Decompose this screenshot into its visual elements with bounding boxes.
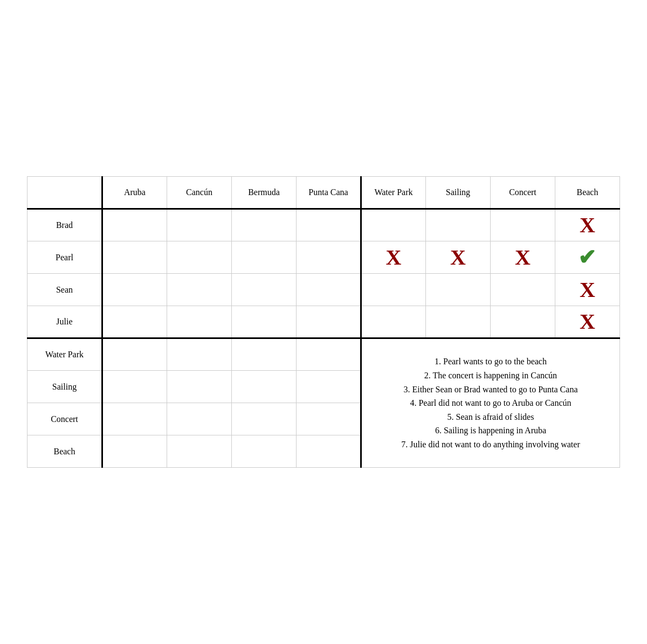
cell-pearl-beach: ✔ — [555, 241, 620, 274]
row-label-water-park: Water Park — [27, 338, 102, 371]
row-water-park: Water Park 1. Pearl wants to go to the b… — [27, 338, 620, 371]
row-julie: Julie X — [27, 306, 620, 338]
cell-brad-aruba — [102, 209, 167, 241]
cell-beach-punta-cana — [296, 435, 361, 468]
cell-sean-aruba — [102, 274, 167, 306]
cell-brad-cancun — [167, 209, 231, 241]
clue-4: 4. Pearl did not want to go to Aruba or … — [364, 396, 617, 410]
col-header-sailing: Sailing — [425, 177, 490, 209]
clue-1: 1. Pearl wants to go to the beach — [364, 355, 617, 369]
cell-julie-sailing — [425, 306, 490, 338]
check-mark-pearl-beach: ✔ — [578, 245, 596, 269]
cell-waterpark-punta-cana — [296, 338, 361, 371]
col-header-beach: Beach — [555, 177, 620, 209]
col-header-cancun: Cancún — [167, 177, 231, 209]
col-header-concert: Concert — [490, 177, 555, 209]
x-mark-pearl-sailing: X — [450, 245, 466, 269]
cell-beach-bermuda — [231, 435, 296, 468]
cell-pearl-water-park: X — [361, 241, 425, 274]
cell-concert-cancun — [167, 403, 231, 435]
cell-pearl-cancun — [167, 241, 231, 274]
corner-cell — [27, 177, 102, 209]
col-header-water-park: Water Park — [361, 177, 425, 209]
cell-julie-bermuda — [231, 306, 296, 338]
cell-julie-cancun — [167, 306, 231, 338]
logic-grid: Aruba Cancún Bermuda Punta Cana Water Pa… — [27, 176, 620, 468]
cell-pearl-concert: X — [490, 241, 555, 274]
row-label-beach: Beach — [27, 435, 102, 468]
header-row: Aruba Cancún Bermuda Punta Cana Water Pa… — [27, 177, 620, 209]
cell-concert-aruba — [102, 403, 167, 435]
clues-cell: 1. Pearl wants to go to the beach 2. The… — [361, 338, 620, 468]
clue-7: 7. Julie did not want to do anything inv… — [364, 438, 617, 452]
cell-sean-water-park — [361, 274, 425, 306]
x-mark-julie-beach: X — [580, 309, 595, 334]
row-label-pearl: Pearl — [27, 241, 102, 274]
cell-concert-punta-cana — [296, 403, 361, 435]
cell-julie-punta-cana — [296, 306, 361, 338]
cell-sailing-aruba — [102, 371, 167, 403]
cell-brad-beach: X — [555, 209, 620, 241]
cell-waterpark-bermuda — [231, 338, 296, 371]
clue-3: 3. Either Sean or Brad wanted to go to P… — [364, 383, 617, 397]
row-label-julie: Julie — [27, 306, 102, 338]
cell-sean-bermuda — [231, 274, 296, 306]
x-mark-pearl-water-park: X — [386, 245, 402, 269]
cell-sean-punta-cana — [296, 274, 361, 306]
cell-sean-concert — [490, 274, 555, 306]
x-mark-sean-beach: X — [580, 278, 595, 302]
clue-5: 5. Sean is afraid of slides — [364, 410, 617, 424]
cell-beach-cancun — [167, 435, 231, 468]
row-label-concert: Concert — [27, 403, 102, 435]
cell-waterpark-aruba — [102, 338, 167, 371]
cell-sean-beach: X — [555, 274, 620, 306]
x-mark-brad-beach: X — [580, 213, 595, 237]
cell-pearl-sailing: X — [425, 241, 490, 274]
cell-concert-bermuda — [231, 403, 296, 435]
cell-julie-water-park — [361, 306, 425, 338]
cell-julie-aruba — [102, 306, 167, 338]
cell-sean-cancun — [167, 274, 231, 306]
cell-waterpark-cancun — [167, 338, 231, 371]
cell-brad-water-park — [361, 209, 425, 241]
clue-6: 6. Sailing is happening in Aruba — [364, 424, 617, 438]
cell-brad-punta-cana — [296, 209, 361, 241]
x-mark-pearl-concert: X — [515, 245, 531, 269]
row-pearl: Pearl X X X ✔ — [27, 241, 620, 274]
col-header-aruba: Aruba — [102, 177, 167, 209]
cell-sailing-punta-cana — [296, 371, 361, 403]
cell-beach-aruba — [102, 435, 167, 468]
puzzle-container: Aruba Cancún Bermuda Punta Cana Water Pa… — [27, 176, 620, 468]
cell-sean-sailing — [425, 274, 490, 306]
cell-pearl-aruba — [102, 241, 167, 274]
row-label-brad: Brad — [27, 209, 102, 241]
cell-pearl-punta-cana — [296, 241, 361, 274]
row-sean: Sean X — [27, 274, 620, 306]
row-brad: Brad X — [27, 209, 620, 241]
row-label-sailing: Sailing — [27, 371, 102, 403]
col-header-bermuda: Bermuda — [231, 177, 296, 209]
cell-pearl-bermuda — [231, 241, 296, 274]
cell-brad-sailing — [425, 209, 490, 241]
cell-brad-bermuda — [231, 209, 296, 241]
cell-sailing-bermuda — [231, 371, 296, 403]
clue-2: 2. The concert is happening in Cancún — [364, 369, 617, 383]
cell-brad-concert — [490, 209, 555, 241]
col-header-punta-cana: Punta Cana — [296, 177, 361, 209]
row-label-sean: Sean — [27, 274, 102, 306]
cell-sailing-cancun — [167, 371, 231, 403]
cell-julie-concert — [490, 306, 555, 338]
cell-julie-beach: X — [555, 306, 620, 338]
